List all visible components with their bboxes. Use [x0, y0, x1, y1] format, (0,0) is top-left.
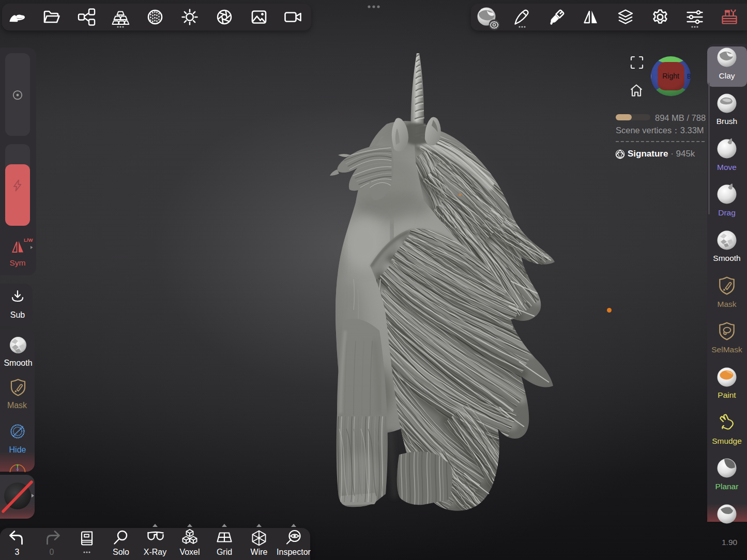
svg-text:L/W: L/W — [24, 238, 33, 243]
